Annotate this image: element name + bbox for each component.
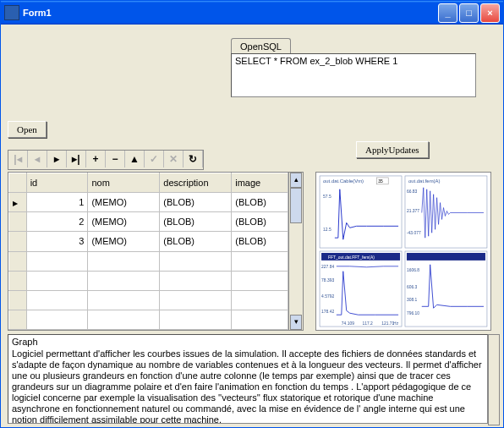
col-description[interactable]: description [160, 173, 232, 193]
image-preview: out.dat.Cable(Vm) 35 57.5 12.5 out.dat.f… [315, 172, 491, 331]
titlebar[interactable]: Form1 _ □ × [1, 1, 503, 25]
svg-rect-23 [407, 253, 485, 261]
svg-text:606.3: 606.3 [407, 285, 418, 289]
maximize-button[interactable]: □ [459, 3, 479, 23]
svg-text:796.10: 796.10 [407, 311, 419, 316]
col-nom[interactable]: nom [88, 173, 160, 193]
svg-text:227.84: 227.84 [321, 265, 334, 269]
svg-text:1606.8: 1606.8 [407, 268, 419, 272]
open-button[interactable]: Open [8, 121, 47, 138]
cell-description[interactable]: (BLOB) [160, 232, 232, 251]
svg-text:FFT_out.dat.FFT_fem(A): FFT_out.dat.FFT_fem(A) [328, 255, 375, 260]
tab-opensql[interactable]: OpenSQL [231, 38, 291, 54]
nav-delete-icon[interactable]: − [106, 151, 125, 167]
description-memo[interactable]: Graph Logiciel permettant d'afficher les… [8, 334, 488, 424]
svg-text:12.5: 12.5 [323, 228, 331, 232]
nav-insert-icon[interactable]: + [86, 151, 106, 167]
svg-text:308.1: 308.1 [407, 298, 418, 302]
chart-title: out.dat.Cable(Vm) [323, 178, 364, 184]
cell-description[interactable]: (BLOB) [160, 212, 232, 232]
row-indicator [9, 212, 27, 232]
cell-image[interactable]: (BLOB) [232, 212, 288, 232]
svg-text:74.109: 74.109 [342, 321, 354, 326]
svg-text:Hz: Hz [393, 321, 399, 326]
svg-text:35: 35 [378, 179, 383, 184]
cell-id[interactable]: 1 [26, 193, 88, 212]
scroll-thumb[interactable] [290, 188, 302, 223]
sql-memo[interactable]: SELECT * FROM ex_2_blob WHERE 1 [231, 53, 476, 97]
nav-next-icon[interactable]: ▸ [47, 151, 67, 167]
db-grid[interactable]: id nom description image 1 (MEMO) (BLOB)… [8, 172, 304, 331]
svg-text:78.393: 78.393 [321, 278, 334, 283]
svg-text:4.5792: 4.5792 [321, 294, 334, 299]
memo-body: Logiciel permettant d'afficher les courb… [12, 348, 484, 424]
nav-cancel-icon[interactable]: ✕ [164, 151, 184, 167]
app-icon [4, 5, 19, 20]
close-button[interactable]: × [480, 3, 500, 23]
cell-nom[interactable]: (MEMO) [88, 193, 160, 212]
svg-text:117.2: 117.2 [363, 321, 374, 326]
nav-prior-icon[interactable]: ◂ [28, 151, 47, 167]
grid-scrollbar[interactable]: ▴ ▾ [288, 173, 303, 330]
scroll-down-icon[interactable]: ▾ [290, 315, 302, 330]
svg-text:178.42: 178.42 [321, 310, 334, 314]
svg-text:57.5: 57.5 [323, 195, 331, 199]
table-row[interactable]: 1 (MEMO) (BLOB) (BLOB) [9, 193, 288, 212]
minimize-button[interactable]: _ [438, 3, 457, 23]
tab-bar: OpenSQL [231, 38, 291, 54]
svg-rect-1 [320, 176, 402, 248]
cell-nom[interactable]: (MEMO) [88, 232, 160, 251]
grid-header-row: id nom description image [9, 173, 288, 193]
col-id[interactable]: id [26, 173, 88, 193]
sql-text: SELECT * FROM ex_2_blob WHERE 1 [235, 56, 397, 66]
svg-text:66.83: 66.83 [407, 189, 418, 194]
nav-first-icon[interactable]: |◂ [8, 151, 28, 167]
table-row[interactable]: 3 (MEMO) (BLOB) (BLOB) [9, 232, 288, 251]
nav-refresh-icon[interactable]: ↻ [184, 151, 203, 167]
col-image[interactable]: image [232, 173, 288, 193]
db-navigator: |◂ ◂ ▸ ▸| + − ▲ ✓ ✕ ↻ [8, 150, 204, 170]
row-indicator-icon [9, 193, 27, 212]
nav-edit-icon[interactable]: ▲ [125, 151, 145, 167]
cell-nom[interactable]: (MEMO) [88, 212, 160, 232]
cell-description[interactable]: (BLOB) [160, 193, 232, 212]
cell-id[interactable]: 2 [26, 212, 88, 232]
cell-image[interactable]: (BLOB) [232, 193, 288, 212]
svg-text:21.377: 21.377 [407, 209, 419, 213]
svg-text:out.dat.fem(A): out.dat.fem(A) [408, 178, 441, 184]
nav-post-icon[interactable]: ✓ [145, 151, 164, 167]
apply-updates-button[interactable]: ApplyUpdates [356, 141, 429, 158]
scroll-up-icon[interactable]: ▴ [290, 173, 302, 188]
nav-last-icon[interactable]: ▸| [67, 151, 86, 167]
window-title: Form1 [23, 8, 438, 18]
svg-rect-11 [320, 251, 402, 326]
memo-scrollbar[interactable] [488, 334, 500, 425]
cell-id[interactable]: 3 [26, 232, 88, 251]
svg-text:-43.077: -43.077 [407, 231, 421, 235]
grid-corner [9, 173, 27, 193]
memo-title: Graph [12, 337, 484, 348]
table-row[interactable]: 2 (MEMO) (BLOB) (BLOB) [9, 212, 288, 232]
row-indicator [9, 232, 27, 251]
cell-image[interactable]: (BLOB) [232, 232, 288, 251]
